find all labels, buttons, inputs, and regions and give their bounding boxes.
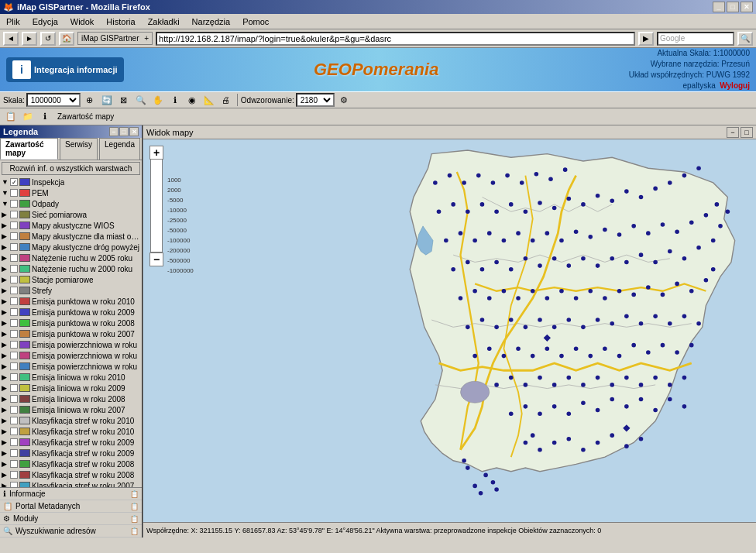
- layer-checkbox[interactable]: [10, 362, 18, 370]
- layer-checkbox[interactable]: [10, 189, 18, 197]
- legend-tabs[interactable]: Zawartość mapy Serwisy Legenda: [0, 138, 142, 160]
- legend-list-item[interactable]: ▶Emisja punktowa w roku 2008: [0, 318, 142, 328]
- legend-list[interactable]: ▼✓Inspekcja▼PEM▼Odpady▶Sieć pomiarowa▶Ma…: [0, 177, 142, 487]
- pan-btn[interactable]: ✋: [150, 93, 166, 107]
- layer-checkbox[interactable]: [10, 428, 18, 435]
- legend-list-item[interactable]: ▶Natężenie ruchu w 2000 roku: [0, 263, 142, 274]
- zoom-region-btn[interactable]: 🔍: [133, 93, 149, 107]
- legend-title-buttons[interactable]: − □ ✕: [109, 127, 139, 136]
- legend-list-item[interactable]: ▶Emisja punktowa w roku 2007: [0, 328, 142, 339]
- map-container[interactable]: + 1000 2000 -5000 -10000 -25000 -50000 -…: [143, 139, 756, 522]
- layer-checkbox[interactable]: ✓: [10, 178, 18, 186]
- layer-checkbox[interactable]: [10, 384, 18, 392]
- scale-select[interactable]: 1000000 500000 250000 100000 50000 25000…: [26, 93, 81, 107]
- layer-checkbox[interactable]: [10, 352, 18, 359]
- print-btn[interactable]: 🖨: [218, 93, 234, 107]
- menu-pomoc[interactable]: Pomoc: [239, 15, 272, 28]
- layer-checkbox[interactable]: [10, 265, 18, 273]
- legend-minimize-btn[interactable]: −: [109, 127, 119, 136]
- legend-list-item[interactable]: ▶Klasyfikacja stref w roku 2007: [0, 480, 142, 487]
- layer-checkbox[interactable]: [10, 449, 18, 457]
- layer-checkbox[interactable]: [10, 319, 18, 327]
- title-bar-buttons[interactable]: _ □ ✕: [713, 2, 753, 12]
- logout-link[interactable]: Wyloguj: [720, 81, 750, 90]
- layer-checkbox[interactable]: [10, 406, 18, 414]
- layer-checkbox[interactable]: [10, 395, 18, 403]
- map-maximize-btn[interactable]: □: [741, 127, 753, 138]
- menu-narzedzia[interactable]: Narzędzia: [189, 15, 234, 28]
- bottom-item-metadanych[interactable]: 📋 Portal Metadanych 📋: [0, 500, 142, 513]
- refresh-btn[interactable]: 🔄: [99, 93, 115, 107]
- map-minimize-btn[interactable]: −: [727, 127, 739, 138]
- legend-list-item[interactable]: ▶Strefy: [0, 285, 142, 296]
- zoom-minus-btn[interactable]: −: [149, 252, 163, 266]
- layer-checkbox[interactable]: [10, 438, 18, 446]
- back-button[interactable]: ◄: [3, 32, 19, 46]
- select-btn[interactable]: ◉: [184, 93, 200, 107]
- layer-checkbox[interactable]: [10, 276, 18, 283]
- bottom-item-moduly[interactable]: ⚙ Moduły 📋: [0, 513, 142, 525]
- layer-checkbox[interactable]: [10, 417, 18, 424]
- go-button[interactable]: ▶: [638, 32, 654, 46]
- legend-list-item[interactable]: ▶Klasyfikacja stref w roku 2009: [0, 448, 142, 459]
- legend-list-item[interactable]: ▶Emisja powierzchniowa w roku: [0, 361, 142, 372]
- legend-list-item[interactable]: ▼PEM: [0, 187, 142, 198]
- search-box[interactable]: Google: [657, 32, 734, 46]
- menu-plik[interactable]: Plik: [3, 15, 23, 28]
- menu-widok[interactable]: Widok: [67, 15, 98, 28]
- measure-btn[interactable]: 📐: [201, 93, 217, 107]
- layer-checkbox[interactable]: [10, 471, 18, 479]
- legend-list-item[interactable]: ▶Emisja powierzchniowa w roku: [0, 339, 142, 350]
- reload-button[interactable]: ↺: [40, 32, 56, 46]
- layer-checkbox[interactable]: [10, 308, 18, 316]
- bottom-item-wyszukiwanie[interactable]: 🔍 Wyszukiwanie adresów 📋: [0, 525, 142, 538]
- expand-all-button[interactable]: Rozwiń inf. o wszystkich warstwach: [2, 162, 140, 175]
- tab-services[interactable]: Serwisy: [60, 138, 98, 160]
- legend-list-item[interactable]: ▶Emisja liniowa w roku 2007: [0, 404, 142, 415]
- maximize-button[interactable]: □: [727, 2, 739, 12]
- legend-list-item[interactable]: ▶Mapy akustyczne dla miast o lic: [0, 231, 142, 242]
- legend-list-item[interactable]: ▶Mapy akustyczne dróg powyżej: [0, 242, 142, 252]
- layer-checkbox[interactable]: [10, 460, 18, 468]
- search-button[interactable]: 🔍: [737, 32, 753, 46]
- menu-edycja[interactable]: Edycja: [29, 15, 61, 28]
- address-input[interactable]: [156, 32, 635, 46]
- layer-checkbox[interactable]: [10, 330, 18, 338]
- legend-list-item[interactable]: ▶Emisja powierzchniowa w roku: [0, 350, 142, 361]
- legend-list-item[interactable]: ▶Emisja liniowa w roku 2009: [0, 383, 142, 393]
- legend-list-item[interactable]: ▼Odpady: [0, 198, 142, 209]
- info-btn2[interactable]: ℹ: [37, 110, 53, 124]
- tab-label[interactable]: iMap GISPartner +: [77, 32, 153, 45]
- legend-list-item[interactable]: ▶Natężenie ruchu w 2005 roku: [0, 252, 142, 263]
- close-button[interactable]: ✕: [741, 2, 753, 12]
- legend-close-btn[interactable]: ✕: [129, 127, 139, 136]
- layer-checkbox[interactable]: [10, 297, 18, 305]
- bottom-item-informacje[interactable]: ℹ Informacje 📋: [0, 488, 142, 500]
- layer-checkbox[interactable]: [10, 200, 18, 208]
- legend-list-item[interactable]: ▶Klasyfikacja stref w roku 2008: [0, 469, 142, 480]
- layer-checkbox[interactable]: [10, 482, 18, 487]
- legend-list-item[interactable]: ▶Emisja punktowa w roku 2010: [0, 296, 142, 307]
- odwzorowanie-select[interactable]: 2180 4326: [296, 93, 335, 107]
- legend-list-item[interactable]: ▶Stacje pomiarowe: [0, 274, 142, 285]
- layer-checkbox[interactable]: [10, 287, 18, 294]
- map-svg[interactable]: [143, 139, 756, 522]
- legend-list-item[interactable]: ▶Emisja liniowa w roku 2008: [0, 393, 142, 404]
- menu-historia[interactable]: Historia: [103, 15, 138, 28]
- layer-btn[interactable]: 📋: [3, 110, 19, 124]
- layer-checkbox[interactable]: [10, 222, 18, 229]
- layer-checkbox[interactable]: [10, 232, 18, 240]
- zoom-slider[interactable]: [150, 160, 163, 252]
- folder-btn[interactable]: 📁: [20, 110, 36, 124]
- zoom-in-btn[interactable]: ⊕: [82, 93, 98, 107]
- minimize-button[interactable]: _: [713, 2, 725, 12]
- zoom-full-btn[interactable]: ⊠: [116, 93, 132, 107]
- layer-checkbox[interactable]: [10, 211, 18, 218]
- layer-checkbox[interactable]: [10, 254, 18, 262]
- zoom-plus-btn[interactable]: +: [149, 146, 163, 160]
- layer-checkbox[interactable]: [10, 341, 18, 349]
- new-tab-btn[interactable]: +: [144, 34, 149, 43]
- forward-button[interactable]: ►: [22, 32, 37, 46]
- layer-checkbox[interactable]: [10, 373, 18, 381]
- legend-list-item[interactable]: ▶Klasyfikacja stref w roku 2010: [0, 415, 142, 426]
